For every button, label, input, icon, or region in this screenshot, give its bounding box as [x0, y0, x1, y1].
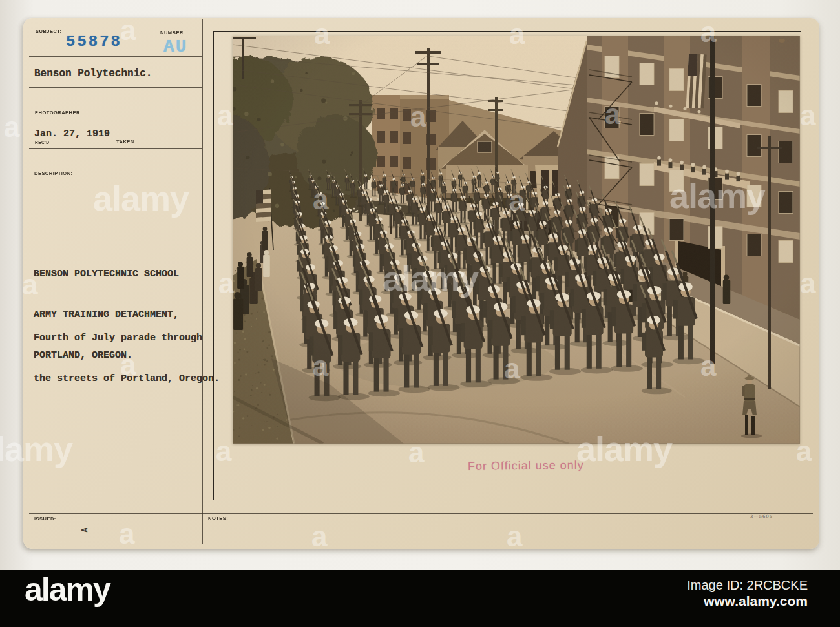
caption-line: Fourth of July parade through — [34, 331, 220, 345]
archive-index-card: SUBJECT: 55878 NUMBER AU Benson Polytech… — [23, 18, 819, 549]
description-line: BENSON POLYTECHNIC SCHOOL — [34, 267, 179, 281]
rule — [29, 56, 202, 57]
subject-label: SUBJECT: — [36, 29, 62, 35]
alamy-url: www.alamy.com — [687, 593, 808, 610]
footer-info: Image ID: 2RCBCKE www.alamy.com — [687, 577, 808, 610]
rule — [29, 87, 202, 88]
caption-text: Fourth of July parade through the street… — [34, 304, 220, 413]
notes-label: NOTES: — [208, 516, 228, 522]
alamy-footer-bar: alamy Image ID: 2RCBCKE www.alamy.com — [0, 570, 840, 627]
rule — [29, 513, 813, 514]
received-label: REC'D — [35, 140, 50, 145]
alamy-logo: alamy — [25, 573, 110, 606]
description-label: DESCRIPTION: — [34, 171, 73, 177]
card-title: Benson Polytechnic. — [34, 68, 152, 79]
column-divider — [202, 19, 203, 544]
plate-number: 3—5605 — [750, 515, 773, 519]
parade-photograph — [233, 36, 800, 444]
official-use-stamp: For Official use only — [468, 459, 584, 472]
number-value: AU — [163, 37, 188, 57]
card-blemish — [779, 39, 785, 43]
photographer-label: PHOTOGRAPHER — [35, 110, 80, 116]
caption-line: the streets of Portland, Oregon. — [34, 372, 220, 385]
issued-label: ISSUED: — [34, 517, 56, 522]
divider — [142, 28, 142, 56]
image-id: Image ID: 2RCBCKE — [687, 577, 808, 593]
parade-photo-scene — [233, 36, 800, 444]
stock-photo-page: SUBJECT: 55878 NUMBER AU Benson Polytech… — [0, 0, 840, 627]
divider — [112, 119, 112, 148]
subject-number: 55878 — [66, 33, 122, 50]
rule — [30, 119, 112, 119]
received-date: Jan. 27, 1919 — [34, 127, 110, 141]
alamy-watermark: a — [4, 111, 19, 143]
number-label: NUMBER — [160, 30, 184, 36]
film-grain — [233, 36, 800, 444]
taken-label: TAKEN — [116, 139, 134, 145]
issued-mark: A — [81, 528, 90, 532]
rule — [29, 148, 202, 149]
